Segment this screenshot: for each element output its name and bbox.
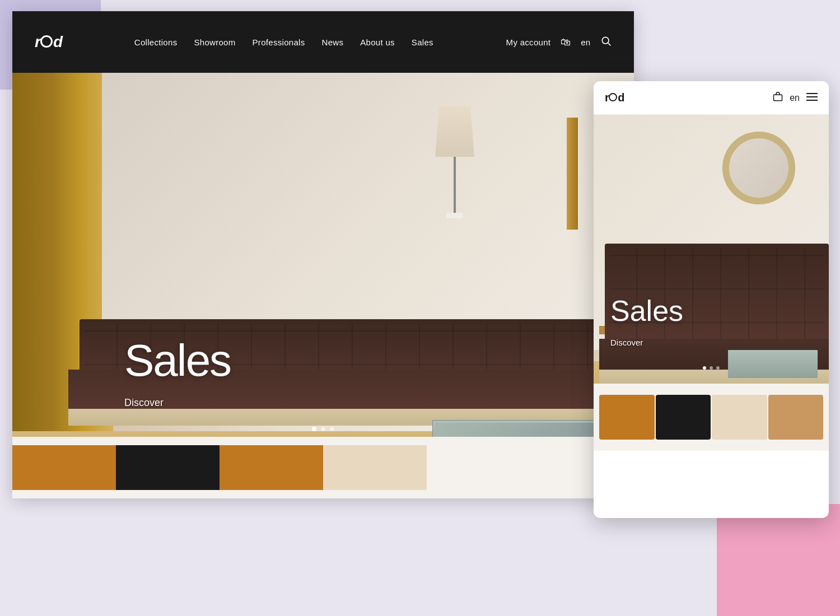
hero-section: Sales Discover bbox=[12, 73, 634, 498]
svg-line-1 bbox=[608, 43, 611, 45]
lamp-base bbox=[446, 213, 463, 218]
navbar: r d Collections Showroom Professionals N… bbox=[12, 11, 634, 73]
swatches-area bbox=[12, 437, 634, 498]
mobile-carousel-dot-1[interactable] bbox=[703, 366, 706, 370]
nav-right: My account 🛍 en bbox=[506, 35, 612, 49]
nav-collections[interactable]: Collections bbox=[134, 38, 178, 47]
wood-panel-right bbox=[567, 118, 578, 230]
desktop-window: r d Collections Showroom Professionals N… bbox=[12, 11, 634, 498]
mobile-swatch-medium[interactable] bbox=[768, 395, 824, 440]
swatch-black[interactable] bbox=[116, 445, 220, 490]
swatch-orange[interactable] bbox=[12, 445, 116, 490]
carousel-dot-1[interactable] bbox=[312, 427, 316, 431]
mobile-navbar: r d en bbox=[594, 81, 829, 115]
mobile-coffee-table bbox=[728, 350, 818, 378]
nav-about[interactable]: About us bbox=[360, 38, 395, 47]
nav-sales[interactable]: Sales bbox=[412, 38, 433, 47]
language-selector[interactable]: en bbox=[581, 38, 590, 47]
svg-point-0 bbox=[602, 37, 609, 44]
mobile-swatch-black[interactable] bbox=[656, 395, 711, 440]
hero-title: Sales bbox=[124, 335, 231, 386]
mobile-swatch-light[interactable] bbox=[712, 395, 767, 440]
search-icon[interactable] bbox=[600, 35, 612, 49]
mobile-hero-section: 🌿 Sales Discover bbox=[594, 115, 829, 451]
bg-accent-pink bbox=[717, 504, 840, 616]
mobile-swatches-area bbox=[594, 384, 829, 451]
hero-discover-link[interactable]: Discover bbox=[124, 397, 164, 409]
mobile-logo-e bbox=[609, 93, 617, 101]
logo-e bbox=[40, 35, 53, 48]
mobile-hero-discover-link[interactable]: Discover bbox=[610, 338, 643, 347]
nav-professionals[interactable]: Professionals bbox=[253, 38, 305, 47]
nav-news[interactable]: News bbox=[322, 38, 344, 47]
mobile-cart-icon[interactable] bbox=[773, 92, 783, 104]
mobile-carousel-dot-2[interactable] bbox=[710, 366, 713, 370]
nav-links: Collections Showroom Professionals News … bbox=[134, 38, 433, 47]
mobile-nav-icons: en bbox=[773, 92, 818, 104]
carousel-dots bbox=[312, 427, 334, 431]
mobile-brand-logo[interactable]: r d bbox=[605, 91, 624, 104]
mobile-swatch-orange[interactable] bbox=[599, 395, 655, 440]
lamp-shade bbox=[435, 106, 474, 157]
logo-r: r bbox=[35, 33, 40, 51]
carousel-dot-3[interactable] bbox=[330, 427, 334, 431]
nav-account[interactable]: My account bbox=[506, 38, 551, 47]
lamp-stand bbox=[454, 157, 456, 213]
mobile-mirror bbox=[722, 132, 795, 204]
mobile-logo-r: r bbox=[605, 91, 608, 104]
mobile-hero-title: Sales bbox=[610, 294, 683, 328]
mobile-lang-selector[interactable]: en bbox=[790, 93, 800, 103]
brand-logo[interactable]: r d bbox=[35, 33, 62, 51]
swatch-light[interactable] bbox=[323, 445, 427, 490]
svg-rect-2 bbox=[774, 95, 782, 101]
nav-showroom[interactable]: Showroom bbox=[194, 38, 235, 47]
mobile-menu-icon[interactable] bbox=[806, 93, 818, 103]
mobile-window: r d en bbox=[594, 81, 829, 518]
cart-icon[interactable]: 🛍 bbox=[561, 36, 571, 48]
carousel-dot-2[interactable] bbox=[321, 427, 325, 431]
mobile-carousel-dot-3[interactable] bbox=[716, 366, 720, 370]
mobile-carousel-dots bbox=[703, 366, 720, 370]
mobile-logo-d: d bbox=[618, 91, 624, 104]
lamp-decoration bbox=[432, 106, 477, 218]
logo-d: d bbox=[53, 33, 62, 51]
swatch-brown[interactable] bbox=[220, 445, 323, 490]
